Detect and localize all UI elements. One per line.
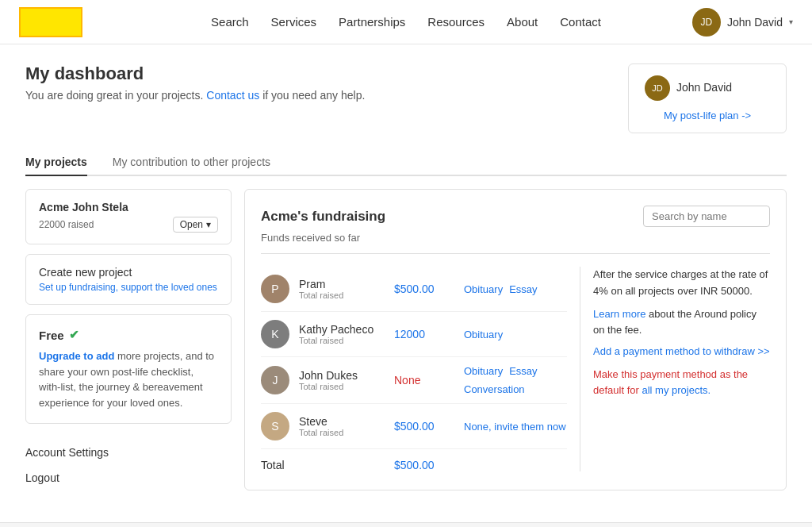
nav-item-search[interactable]: Search (211, 15, 249, 29)
donors-list: P Pram Total raised $500.00 Obituary Ess… (261, 267, 567, 471)
info-text: After the service charges at the rate of… (593, 267, 770, 300)
free-title: Free ✔ (39, 328, 218, 342)
donor-label: Total raised (299, 428, 394, 437)
donor-links: None, invite them now (464, 421, 566, 433)
donor-name: Pram (299, 278, 394, 290)
panel-title: Acme's fundraising (261, 209, 385, 225)
project-card: Acme John Stela 22000 raised Open ▾ (25, 189, 232, 244)
donor-label: Total raised (299, 290, 394, 300)
donor-links: Obituary (464, 329, 503, 340)
post-life-link[interactable]: My post-life plan -> (664, 110, 751, 121)
main-content: My dashboard You are doing great in your… (0, 44, 812, 510)
content-area: Acme John Stela 22000 raised Open ▾ Crea… (25, 189, 787, 490)
donor-amount: None (394, 374, 458, 387)
upgrade-link[interactable]: Upgrade to add (39, 350, 114, 362)
card-user-name: John David (676, 81, 732, 94)
all-projects-link[interactable]: all my projects. (642, 384, 710, 396)
logout-link[interactable]: Logout (25, 465, 232, 490)
donor-name: Kathy Pacheco (299, 323, 394, 336)
donor-links: Obituary Essay Conversation (464, 365, 567, 395)
donor-links: Obituary Essay (464, 283, 538, 295)
project-name: Acme John Stela (39, 201, 218, 213)
create-project-title: Create new project (39, 266, 218, 279)
left-sidebar: Acme John Stela 22000 raised Open ▾ Crea… (25, 189, 232, 490)
total-label: Total (261, 459, 394, 471)
avatar: J (261, 366, 289, 394)
user-menu[interactable]: JD John David ▾ (692, 8, 793, 37)
essay-link[interactable]: Essay (509, 283, 537, 295)
checkmark-icon: ✔ (69, 328, 79, 342)
donor-label: Total raised (299, 336, 394, 345)
obituary-link[interactable]: Obituary (464, 283, 503, 295)
avatar: S (261, 412, 289, 440)
dashboard-title: My dashboard (25, 63, 365, 84)
conversation-link[interactable]: Conversation (464, 383, 525, 395)
tab-my-projects[interactable]: My projects (25, 149, 87, 176)
invite-link[interactable]: None, invite them now (464, 421, 566, 433)
chevron-down-icon: ▾ (789, 17, 793, 26)
donor-amount: 12000 (394, 328, 458, 340)
free-tier-card: Free ✔ Upgrade to add more projects, and… (25, 314, 232, 424)
donor-label: Total raised (299, 382, 394, 391)
status-badge[interactable]: Open ▾ (173, 217, 218, 233)
nav-item-services[interactable]: Services (271, 15, 317, 29)
dashboard-info: My dashboard You are doing great in your… (25, 63, 365, 102)
obituary-link[interactable]: Obituary (464, 329, 503, 340)
table-row: P Pram Total raised $500.00 Obituary Ess… (261, 267, 567, 312)
contact-us-link[interactable]: Contact us (206, 89, 259, 102)
info-text-learn: Learn more about the Around policy on th… (593, 306, 770, 340)
chevron-down-icon: ▾ (206, 219, 211, 230)
donor-amount: $500.00 (394, 283, 458, 295)
avatar: K (261, 320, 289, 348)
table-row: S Steve Total raised $500.00 None, invit… (261, 404, 567, 449)
total-row: Total $500.00 (261, 449, 567, 471)
panel-header: Acme's fundraising (261, 206, 770, 227)
donor-info: Steve Total raised (299, 415, 394, 437)
donor-amount: $500.00 (394, 420, 458, 433)
avatar: JD (692, 8, 721, 37)
essay-link[interactable]: Essay (509, 365, 537, 377)
user-profile-card: JD John David My post-life plan -> (628, 63, 787, 133)
nav-item-contact[interactable]: Contact (560, 15, 601, 29)
avatar: P (261, 275, 289, 303)
account-settings-link[interactable]: Account Settings (25, 440, 232, 465)
project-raised: 22000 raised Open ▾ (39, 217, 218, 233)
nav-item-partnerships[interactable]: Partnerships (339, 15, 405, 29)
raised-amount: 22000 raised (39, 219, 94, 230)
donor-info: John Dukes Total raised (299, 369, 394, 391)
tab-contribution[interactable]: My contribution to other projects (113, 149, 270, 176)
add-payment-link[interactable]: Add a payment method to withdraw >> (593, 345, 770, 357)
card-avatar: JD (645, 75, 670, 101)
table-row: K Kathy Pacheco Total raised 12000 Obitu… (261, 312, 567, 357)
logo[interactable] (19, 7, 82, 37)
donor-name: John Dukes (299, 369, 394, 382)
default-payment-text: Make this payment method as the default … (593, 367, 770, 398)
main-nav: Search Services Partnerships Resources A… (211, 15, 601, 29)
footer: Services Partnerships About Privacy Term… (0, 522, 812, 527)
fundraising-panel: Acme's fundraising Funds received so far… (244, 189, 787, 490)
search-input[interactable] (643, 206, 770, 227)
donor-info: Kathy Pacheco Total raised (299, 323, 394, 345)
tabs: My projects My contribution to other pro… (25, 149, 787, 176)
obituary-link[interactable]: Obituary (464, 365, 503, 377)
user-name: John David (727, 16, 783, 29)
create-project-card[interactable]: Create new project Set up fundraising, s… (25, 254, 232, 305)
panel-body: P Pram Total raised $500.00 Obituary Ess… (261, 267, 770, 471)
right-info-section: After the service charges at the rate of… (580, 267, 770, 471)
total-amount: $500.00 (394, 459, 435, 471)
dashboard-subtitle: You are doing great in your projects. Co… (25, 89, 365, 102)
donor-info: Pram Total raised (299, 278, 394, 300)
table-row: J John Dukes Total raised None Obituary … (261, 357, 567, 404)
subtitle-text-end: if you need any help. (262, 89, 365, 102)
subtitle-text-start: You are doing great in your projects. (25, 89, 203, 102)
nav-item-about[interactable]: About (507, 15, 538, 29)
header: Search Services Partnerships Resources A… (0, 0, 812, 44)
nav-item-resources[interactable]: Resources (427, 15, 485, 29)
donor-name: Steve (299, 415, 394, 428)
learn-more-link[interactable]: Learn more (593, 308, 645, 320)
dashboard-header: My dashboard You are doing great in your… (25, 63, 787, 133)
free-description: Upgrade to add more projects, and to sha… (39, 348, 218, 410)
funds-label: Funds received so far (261, 232, 770, 254)
create-project-subtitle: Set up fundraising, support the loved on… (39, 282, 218, 293)
